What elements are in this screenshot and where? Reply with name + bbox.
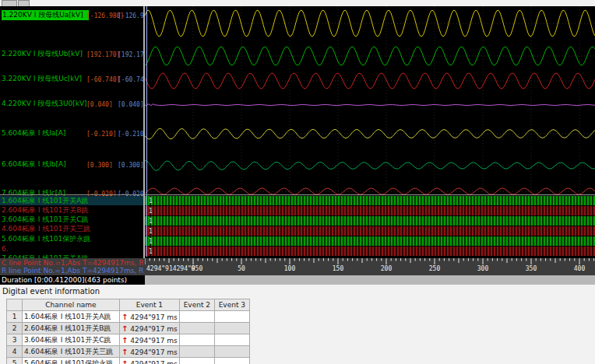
event-1-time: 4294"917 ms <box>130 325 178 333</box>
r-cursor-value: [-0.210] <box>118 129 143 139</box>
event-table: Channel nameEvent 1Event 2Event 311.604柘… <box>6 299 250 364</box>
event-table-header: Event 3 <box>214 299 249 311</box>
digital-state-value: 1 <box>149 238 153 245</box>
analog-channel-label[interactable]: 4.220KV I 段母线3U0[kV] <box>2 99 87 109</box>
axis-tick-label: 250 <box>429 265 440 272</box>
event-1-cell: ↑ 4294"917 ms <box>120 311 180 323</box>
event-channel-name: 4.604柘泉 I 线101开关三跳 <box>23 346 120 358</box>
rising-edge-icon: ↑ <box>121 336 128 345</box>
analog-waveform <box>145 104 595 106</box>
digital-channel-label[interactable]: 6. <box>0 244 143 254</box>
event-section-title: Digital event information <box>2 287 100 296</box>
channel-label-panel: 1.220KV I 段母线Ua[kV][-126.980][-126.980]2… <box>0 6 143 285</box>
axis-tick-label: 400 <box>574 265 585 272</box>
fault-record-viewer: 1.220KV I 段母线Ua[kV][-126.980][-126.980]2… <box>0 0 595 364</box>
digital-trace <box>145 206 595 215</box>
event-1-cell: ↑ 4294"917 ms <box>120 323 180 334</box>
duration-info: Duration [0:00.412000](463 points) <box>2 276 145 285</box>
analog-channel-label[interactable]: 3.220KV I 段母线Uc[kV] <box>2 74 87 84</box>
event-1-cell: ↑ 4294"917 ms <box>120 358 180 364</box>
event-table-row[interactable]: 11.604柘泉 I 线101开关A跳↑ 4294"917 ms <box>7 311 250 323</box>
analog-channel-row[interactable]: 4.220KV I 段母线3U0[kV][0.040][0.040] <box>0 99 143 109</box>
axis-tick-label: 350 <box>526 265 537 272</box>
event-3-cell <box>214 358 249 364</box>
event-table-header-row: Channel nameEvent 1Event 2Event 3 <box>7 299 250 311</box>
c-cursor-value: [-60.740] <box>86 75 120 85</box>
analog-channel-label[interactable]: 2.220KV I 段母线Ub[kV] <box>2 49 87 59</box>
event-1-time: 4294"917 ms <box>130 313 178 321</box>
analog-channel-row[interactable]: 2.220KV I 段母线Ub[kV][192.170][192.170] <box>0 49 143 59</box>
axis-tick-label: 300 <box>477 265 488 272</box>
digital-trace <box>145 216 595 226</box>
row-number: 2 <box>7 323 23 334</box>
axis-tick-label: 100 <box>284 265 295 272</box>
digital-trace <box>145 196 595 205</box>
event-2-cell <box>179 334 214 346</box>
event-1-cell: ↑ 4294"917 ms <box>120 346 180 358</box>
rising-edge-icon: ↑ <box>121 359 128 364</box>
horizontal-scrollbar[interactable] <box>145 275 595 285</box>
event-2-cell <box>179 323 214 334</box>
c-cursor-value: [-0.210] <box>86 129 117 139</box>
digital-channel-label[interactable]: 1.604柘泉 I 线101开关A跳 <box>0 196 143 205</box>
analog-channel-row[interactable]: 5.604柘泉 I 线Ia[A][-0.210][-0.210] <box>0 128 143 138</box>
row-number-header <box>7 299 23 311</box>
event-3-cell <box>214 323 249 334</box>
event-table-row[interactable]: 33.604柘泉 I 线101开关C跳↑ 4294"917 ms <box>7 334 250 346</box>
r-cursor-value: [-126.980] <box>118 11 143 21</box>
analog-channel-row[interactable]: 6.604柘泉 I 线Ib[A][0.300][0.300] <box>0 159 143 170</box>
digital-state-value: 1 <box>149 228 153 235</box>
event-1-time: 4294"917 ms <box>130 348 178 356</box>
event-table-row[interactable]: 44.604柘泉 I 线101开关三跳↑ 4294"917 ms <box>7 346 250 358</box>
analog-channel-row[interactable]: 3.220KV I 段母线Uc[kV][-60.740][-60.740] <box>0 74 143 84</box>
analog-channel-label[interactable]: 1.220KV I 段母线Ua[kV] <box>2 10 89 20</box>
row-number: 1 <box>7 311 23 323</box>
event-3-cell <box>214 334 249 346</box>
event-channel-name: 2.604柘泉 I 线101开关B跳 <box>23 323 120 334</box>
axis-tick-label: 200 <box>381 265 392 272</box>
event-2-cell <box>179 311 214 323</box>
analog-channel-row[interactable]: 1.220KV I 段母线Ua[kV][-126.980][-126.980] <box>0 10 143 20</box>
c-cursor-value: [0.300] <box>86 160 113 170</box>
digital-channel-label[interactable]: 4.604柘泉 I 线101开关三跳 <box>0 224 143 233</box>
rising-edge-icon: ↑ <box>121 348 128 356</box>
event-1-cell: ↑ 4294"917 ms <box>120 334 180 346</box>
digital-state-value: 1 <box>149 248 153 255</box>
c-cursor-info: C line Point No.=1,Abs T=4294917ms, Rel … <box>2 259 143 267</box>
event-2-cell <box>179 346 214 358</box>
digital-channel-label[interactable]: 5.604柘泉 I 线101保护永跳 <box>0 234 143 243</box>
rising-edge-icon: ↑ <box>121 324 128 333</box>
event-1-time: 4294"917 ms <box>130 360 178 364</box>
event-channel-name: 5.604柘泉 I 线101保护永跳 <box>23 358 120 364</box>
event-table-row[interactable]: 22.604柘泉 I 线101开关B跳↑ 4294"917 ms <box>7 323 250 334</box>
event-3-cell <box>214 311 249 323</box>
digital-channel-label[interactable]: 3.604柘泉 I 线101开关C跳 <box>0 215 143 224</box>
row-number: 3 <box>7 334 23 346</box>
event-channel-name: 3.604柘泉 I 线101开关C跳 <box>23 334 120 346</box>
digital-trace <box>145 226 595 236</box>
analog-channel-label[interactable]: 5.604柘泉 I 线Ia[A] <box>2 128 87 138</box>
event-channel-name: 1.604柘泉 I 线101开关A跳 <box>23 311 120 323</box>
event-1-time: 4294"917 ms <box>130 337 178 345</box>
analog-digital-separator <box>0 194 595 195</box>
row-number: 4 <box>7 346 23 358</box>
panel-divider[interactable] <box>143 6 145 258</box>
axis-tick-label: 0 <box>192 265 195 272</box>
digital-trace <box>145 247 595 256</box>
event-3-cell <box>214 346 249 358</box>
r-cursor-value: [192.170] <box>118 50 143 60</box>
analog-waveform <box>145 161 595 171</box>
digital-channel-label[interactable]: 2.604柘泉 I 线101开关B跳 <box>0 205 143 215</box>
digital-trace <box>145 236 595 246</box>
r-cursor-info: R line Point No.=1,Abs T=4294917ms, Rel … <box>2 267 143 275</box>
event-table-row[interactable]: 55.604柘泉 I 线101保护永跳↑ 4294"917 ms <box>7 358 250 364</box>
rising-edge-icon: ↑ <box>121 313 128 321</box>
r-cursor-value: [0.300] <box>118 160 143 170</box>
c-cursor-value: [0.040] <box>86 100 113 110</box>
event-table-header: Event 1 <box>120 299 180 311</box>
analog-channel-label[interactable]: 6.604柘泉 I 线Ib[A] <box>2 159 87 170</box>
c-cursor-value: [192.170] <box>86 50 120 60</box>
waveform-plot[interactable]: 111111 <box>145 6 595 257</box>
event-table-header: Channel name <box>23 299 120 311</box>
axis-tick-label: 50 <box>238 265 245 272</box>
